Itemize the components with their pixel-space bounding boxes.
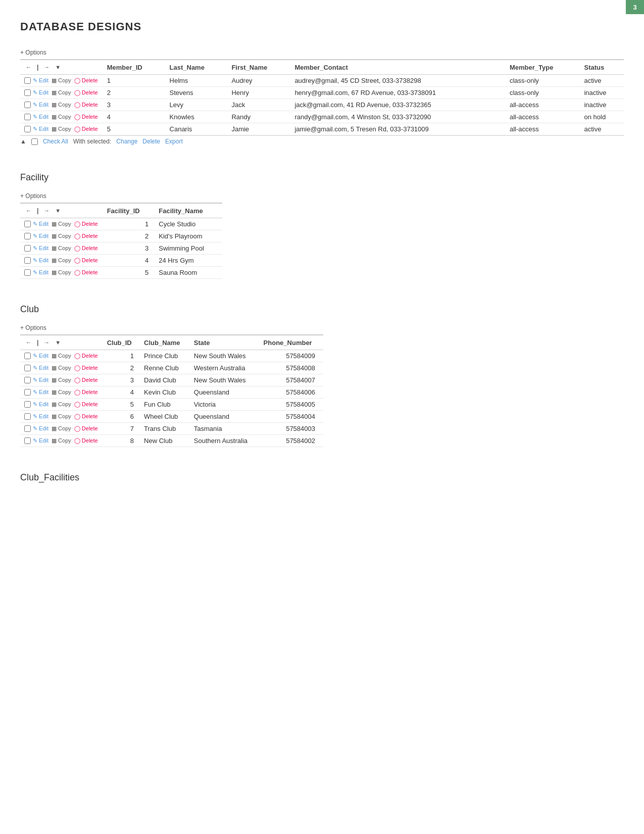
row-checkbox[interactable] <box>24 89 31 96</box>
copy-button[interactable]: ▦ Copy <box>51 413 72 420</box>
facility-row-actions-cell: ✎ Edit▦ Copy◯ Delete <box>20 267 103 279</box>
edit-button[interactable]: ✎ Edit <box>32 125 49 133</box>
copy-button[interactable]: ▦ Copy <box>51 220 72 228</box>
facility-th-id: Facility_ID <box>103 203 155 218</box>
row-checkbox[interactable] <box>24 102 31 108</box>
copy-button[interactable]: ▦ Copy <box>51 232 72 240</box>
copy-button[interactable]: ▦ Copy <box>51 376 72 384</box>
copy-button[interactable]: ▦ Copy <box>51 364 72 372</box>
copy-button[interactable]: ▦ Copy <box>51 437 72 445</box>
delete-button[interactable]: ◯ Delete <box>73 376 99 384</box>
delete-button[interactable]: ◯ Delete <box>73 101 99 109</box>
delete-button[interactable]: ◯ Delete <box>73 401 99 408</box>
delete-button[interactable]: ◯ Delete <box>73 113 99 121</box>
facility-nav-right[interactable]: → <box>42 206 51 215</box>
row-checkbox[interactable] <box>24 353 31 359</box>
edit-button[interactable]: ✎ Edit <box>32 101 49 109</box>
copy-button[interactable]: ▦ Copy <box>51 425 72 432</box>
edit-button[interactable]: ✎ Edit <box>32 220 49 228</box>
club-th-state: State <box>190 335 260 350</box>
row-checkbox[interactable] <box>24 437 31 444</box>
delete-button[interactable]: ◯ Delete <box>73 269 99 276</box>
club-nav-left[interactable]: ← <box>24 338 33 347</box>
facility-name: Swimming Pool <box>155 242 222 255</box>
row-checkbox[interactable] <box>24 126 31 132</box>
delete-button[interactable]: ◯ Delete <box>73 220 99 228</box>
edit-button[interactable]: ✎ Edit <box>32 77 49 84</box>
edit-button[interactable]: ✎ Edit <box>32 89 49 96</box>
delete-button[interactable]: ◯ Delete <box>73 352 99 360</box>
members-options-link[interactable]: + Options <box>20 49 46 56</box>
bottom-check-all-checkbox[interactable] <box>31 138 38 145</box>
edit-button[interactable]: ✎ Edit <box>32 388 49 396</box>
delete-button[interactable]: ◯ Delete <box>73 77 99 84</box>
delete-button[interactable]: ◯ Delete <box>73 89 99 96</box>
copy-button[interactable]: ▦ Copy <box>51 388 72 396</box>
row-checkbox[interactable] <box>24 221 31 227</box>
edit-button[interactable]: ✎ Edit <box>32 352 49 360</box>
row-checkbox[interactable] <box>24 377 31 383</box>
bottom-export-btn[interactable]: Export <box>165 138 183 145</box>
club-options-link[interactable]: + Options <box>20 324 46 331</box>
row-checkbox[interactable] <box>24 425 31 432</box>
bottom-check-all[interactable]: Check All <box>43 138 68 145</box>
delete-button[interactable]: ◯ Delete <box>73 425 99 432</box>
row-checkbox[interactable] <box>24 245 31 252</box>
row-checkbox[interactable] <box>24 389 31 396</box>
copy-button[interactable]: ▦ Copy <box>51 89 72 96</box>
edit-button[interactable]: ✎ Edit <box>32 269 49 276</box>
nav-left-arrow[interactable]: ← <box>24 63 33 72</box>
nav-right-arrow[interactable]: → <box>42 63 51 72</box>
copy-button[interactable]: ▦ Copy <box>51 244 72 252</box>
delete-button[interactable]: ◯ Delete <box>73 413 99 420</box>
edit-button[interactable]: ✎ Edit <box>32 244 49 252</box>
delete-button[interactable]: ◯ Delete <box>73 437 99 445</box>
copy-button[interactable]: ▦ Copy <box>51 113 72 121</box>
copy-button[interactable]: ▦ Copy <box>51 352 72 360</box>
row-checkbox[interactable] <box>24 365 31 371</box>
row-checkbox[interactable] <box>24 269 31 276</box>
club-phone: 57584009 <box>260 350 323 362</box>
filter-icon[interactable]: ▼ <box>55 64 61 70</box>
edit-button[interactable]: ✎ Edit <box>32 401 49 408</box>
edit-button[interactable]: ✎ Edit <box>32 413 49 420</box>
bottom-delete-btn[interactable]: Delete <box>142 138 160 145</box>
facility-options-link[interactable]: + Options <box>20 192 46 200</box>
copy-button[interactable]: ▦ Copy <box>51 401 72 408</box>
delete-button[interactable]: ◯ Delete <box>73 232 99 240</box>
row-checkbox[interactable] <box>24 77 31 84</box>
edit-button[interactable]: ✎ Edit <box>32 364 49 372</box>
edit-button[interactable]: ✎ Edit <box>32 437 49 445</box>
delete-button[interactable]: ◯ Delete <box>73 257 99 264</box>
copy-button[interactable]: ▦ Copy <box>51 257 72 264</box>
edit-button[interactable]: ✎ Edit <box>32 425 49 432</box>
edit-button[interactable]: ✎ Edit <box>32 113 49 121</box>
table-row: ✎ Edit▦ Copy◯ Delete424 Hrs Gym <box>20 255 222 267</box>
row-checkbox[interactable] <box>24 401 31 408</box>
club-nav-right[interactable]: → <box>42 338 51 347</box>
edit-button[interactable]: ✎ Edit <box>32 257 49 264</box>
members-row-actions-cell: ✎ Edit▦ Copy◯ Delete <box>20 123 103 135</box>
facility-nav-left[interactable]: ← <box>24 206 33 215</box>
delete-button[interactable]: ◯ Delete <box>73 244 99 252</box>
table-row: ✎ Edit▦ Copy◯ Delete5CanarisJamiejamie@g… <box>20 123 624 135</box>
members-row-actions-cell: ✎ Edit▦ Copy◯ Delete <box>20 87 103 99</box>
row-checkbox[interactable] <box>24 257 31 264</box>
copy-button[interactable]: ▦ Copy <box>51 269 72 276</box>
facility-nav-pipe: | <box>35 206 40 215</box>
copy-button[interactable]: ▦ Copy <box>51 101 72 109</box>
copy-button[interactable]: ▦ Copy <box>51 77 72 84</box>
bottom-change-btn[interactable]: Change <box>116 138 137 145</box>
delete-button[interactable]: ◯ Delete <box>73 125 99 133</box>
delete-button[interactable]: ◯ Delete <box>73 364 99 372</box>
copy-button[interactable]: ▦ Copy <box>51 125 72 133</box>
member-first-name: Jamie <box>227 123 290 135</box>
facility-filter-icon[interactable]: ▼ <box>55 208 61 214</box>
club-filter-icon[interactable]: ▼ <box>55 339 61 346</box>
row-checkbox[interactable] <box>24 413 31 420</box>
row-checkbox[interactable] <box>24 233 31 239</box>
delete-button[interactable]: ◯ Delete <box>73 388 99 396</box>
row-checkbox[interactable] <box>24 114 31 120</box>
edit-button[interactable]: ✎ Edit <box>32 376 49 384</box>
edit-button[interactable]: ✎ Edit <box>32 232 49 240</box>
